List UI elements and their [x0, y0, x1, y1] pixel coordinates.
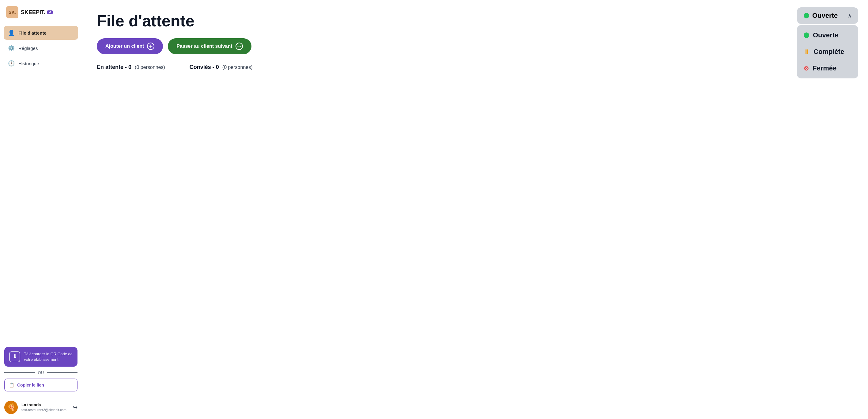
- status-button[interactable]: Ouverte ∧: [797, 7, 858, 24]
- logo-icon: SK.: [6, 6, 19, 19]
- sidebar-item-label-reglages: Réglages: [19, 46, 38, 51]
- close-circle-icon: ⊗: [804, 65, 809, 72]
- sidebar-item-label-file-attente: File d'attente: [19, 30, 46, 35]
- or-divider: OU: [4, 367, 78, 379]
- next-icon: →: [236, 42, 243, 50]
- sidebar-item-file-attente[interactable]: 👤 File d'attente: [4, 26, 78, 40]
- sidebar-bottom: ⬇ Télécharger le QR Code de votre établi…: [0, 342, 82, 396]
- copy-link-button[interactable]: 📋 Copier le lien: [4, 379, 78, 391]
- ouverte-dot: [804, 32, 809, 38]
- sidebar-nav: 👤 File d'attente ⚙️ Réglages 🕐 Historiqu…: [0, 23, 82, 342]
- user-info: La tratoria test-restaurant2@skeepit.com: [22, 402, 69, 412]
- avatar: 🍕: [4, 400, 18, 414]
- invited-stat: Conviés - 0 (0 personnes): [190, 64, 253, 70]
- waiting-label: En attente - 0 (0 personnes): [97, 64, 165, 70]
- ouverte-label: Ouverte: [813, 31, 838, 39]
- file-attente-icon: 👤: [8, 29, 15, 36]
- sidebar: SK. SKEEPIT. v2 👤 File d'attente ⚙️ Régl…: [0, 0, 82, 419]
- logo-text: SKEEPIT. v2: [21, 9, 53, 16]
- copy-icon: 📋: [9, 383, 14, 387]
- status-option-complete[interactable]: ⏸ Complète: [797, 43, 858, 60]
- add-icon: +: [147, 42, 154, 50]
- user-email: test-restaurant2@skeepit.com: [22, 408, 69, 412]
- pause-icon: ⏸: [804, 49, 810, 55]
- page-title: File d'attente: [97, 12, 853, 30]
- logo-version-badge: v2: [47, 10, 53, 14]
- complete-label: Complète: [813, 48, 844, 56]
- waiting-stat: En attente - 0 (0 personnes): [97, 64, 165, 70]
- chevron-up-icon: ∧: [848, 13, 851, 19]
- status-current-label: Ouverte: [812, 12, 838, 20]
- add-client-label: Ajouter un client: [105, 43, 144, 49]
- status-green-dot: [804, 13, 809, 19]
- user-name: La tratoria: [22, 402, 69, 407]
- status-option-ouverte[interactable]: Ouverte: [797, 27, 858, 43]
- status-dropdown-wrapper: Ouverte ∧ Ouverte ⏸ Complète ⊗ Fermée: [797, 7, 858, 24]
- next-client-label: Passer au client suivant: [177, 43, 232, 49]
- sidebar-item-reglages[interactable]: ⚙️ Réglages: [4, 41, 78, 55]
- fermee-label: Fermée: [812, 64, 836, 72]
- user-section: 🍕 La tratoria test-restaurant2@skeepit.c…: [0, 396, 82, 419]
- qr-download-icon: ⬇: [9, 351, 20, 362]
- action-buttons: Ajouter un client + Passer au client sui…: [97, 38, 853, 54]
- next-client-button[interactable]: Passer au client suivant →: [168, 38, 251, 54]
- status-dropdown-menu: Ouverte ⏸ Complète ⊗ Fermée: [797, 25, 858, 79]
- logo-area: SK. SKEEPIT. v2: [0, 0, 82, 23]
- logout-icon[interactable]: ↪: [73, 404, 78, 411]
- main-content: File d'attente Ajouter un client + Passe…: [82, 0, 868, 419]
- stats-row: En attente - 0 (0 personnes) Conviés - 0…: [97, 64, 853, 70]
- reglages-icon: ⚙️: [8, 45, 15, 52]
- status-option-fermee[interactable]: ⊗ Fermée: [797, 60, 858, 77]
- sidebar-item-historique[interactable]: 🕐 Historique: [4, 56, 78, 70]
- qr-download-button[interactable]: ⬇ Télécharger le QR Code de votre établi…: [4, 347, 78, 367]
- invited-label: Conviés - 0 (0 personnes): [190, 64, 253, 70]
- qr-button-label: Télécharger le QR Code de votre établiss…: [24, 351, 72, 362]
- historique-icon: 🕐: [8, 60, 15, 67]
- add-client-button[interactable]: Ajouter un client +: [97, 38, 163, 54]
- sidebar-item-label-historique: Historique: [19, 61, 39, 66]
- logo-name: SKEEPIT.: [21, 9, 45, 16]
- copy-link-label: Copier le lien: [17, 383, 44, 387]
